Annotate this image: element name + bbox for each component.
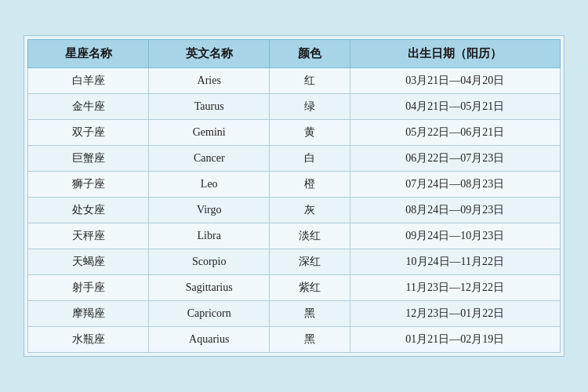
table-row: 金牛座Taurus绿04月21日—05月21日 <box>28 94 561 120</box>
cell-chinese-name: 狮子座 <box>28 172 149 198</box>
cell-english-name: Taurus <box>149 94 270 120</box>
header-chinese-name: 星座名称 <box>28 40 149 68</box>
cell-chinese-name: 天蝎座 <box>28 249 149 275</box>
table-row: 白羊座Aries红03月21日—04月20日 <box>28 68 561 94</box>
table-row: 狮子座Leo橙07月24日—08月23日 <box>28 172 561 198</box>
cell-chinese-name: 水瓶座 <box>28 327 149 353</box>
cell-english-name: Libra <box>149 223 270 249</box>
cell-dates: 05月22日—06月21日 <box>350 120 561 146</box>
cell-dates: 07月24日—08月23日 <box>350 172 561 198</box>
cell-color: 橙 <box>270 172 350 198</box>
cell-english-name: Gemini <box>149 120 270 146</box>
cell-english-name: Aquarius <box>149 327 270 353</box>
cell-dates: 08月24日—09月23日 <box>350 198 561 223</box>
cell-dates: 12月23日—01月22日 <box>350 301 561 327</box>
cell-english-name: Sagittarius <box>149 275 270 301</box>
cell-dates: 06月22日—07月23日 <box>350 146 561 172</box>
table-row: 天秤座Libra淡红09月24日—10月23日 <box>28 223 561 249</box>
cell-color: 深红 <box>270 249 350 275</box>
table-row: 射手座Sagittarius紫红11月23日—12月22日 <box>28 275 561 301</box>
cell-color: 白 <box>270 146 350 172</box>
zodiac-table: 星座名称 英文名称 颜色 出生日期（阳历） 白羊座Aries红03月21日—04… <box>27 39 561 353</box>
header-dates: 出生日期（阳历） <box>350 40 561 68</box>
table-row: 双子座Gemini黄05月22日—06月21日 <box>28 120 561 146</box>
table-row: 摩羯座Capricorn黑12月23日—01月22日 <box>28 301 561 327</box>
zodiac-table-container: 星座名称 英文名称 颜色 出生日期（阳历） 白羊座Aries红03月21日—04… <box>24 35 564 357</box>
header-color: 颜色 <box>270 40 350 68</box>
cell-dates: 10月24日—11月22日 <box>350 249 561 275</box>
table-row: 水瓶座Aquarius黑01月21日—02月19日 <box>28 327 561 353</box>
cell-dates: 11月23日—12月22日 <box>350 275 561 301</box>
cell-color: 绿 <box>270 94 350 120</box>
cell-chinese-name: 双子座 <box>28 120 149 146</box>
table-row: 天蝎座Scorpio深红10月24日—11月22日 <box>28 249 561 275</box>
table-row: 巨蟹座Cancer白06月22日—07月23日 <box>28 146 561 172</box>
cell-dates: 04月21日—05月21日 <box>350 94 561 120</box>
cell-dates: 01月21日—02月19日 <box>350 327 561 353</box>
cell-color: 紫红 <box>270 275 350 301</box>
cell-english-name: Capricorn <box>149 301 270 327</box>
table-body: 白羊座Aries红03月21日—04月20日金牛座Taurus绿04月21日—0… <box>28 68 561 353</box>
cell-chinese-name: 处女座 <box>28 198 149 223</box>
header-english-name: 英文名称 <box>149 40 270 68</box>
cell-english-name: Aries <box>149 68 270 94</box>
cell-color: 淡红 <box>270 223 350 249</box>
cell-color: 黑 <box>270 327 350 353</box>
cell-chinese-name: 射手座 <box>28 275 149 301</box>
cell-english-name: Virgo <box>149 198 270 223</box>
cell-color: 红 <box>270 68 350 94</box>
cell-chinese-name: 天秤座 <box>28 223 149 249</box>
table-row: 处女座Virgo灰08月24日—09月23日 <box>28 198 561 223</box>
cell-dates: 03月21日—04月20日 <box>350 68 561 94</box>
cell-chinese-name: 金牛座 <box>28 94 149 120</box>
cell-dates: 09月24日—10月23日 <box>350 223 561 249</box>
cell-english-name: Leo <box>149 172 270 198</box>
cell-chinese-name: 白羊座 <box>28 68 149 94</box>
cell-english-name: Scorpio <box>149 249 270 275</box>
cell-chinese-name: 摩羯座 <box>28 301 149 327</box>
cell-color: 黑 <box>270 301 350 327</box>
cell-english-name: Cancer <box>149 146 270 172</box>
cell-color: 黄 <box>270 120 350 146</box>
cell-color: 灰 <box>270 198 350 223</box>
cell-chinese-name: 巨蟹座 <box>28 146 149 172</box>
table-header-row: 星座名称 英文名称 颜色 出生日期（阳历） <box>28 40 561 68</box>
